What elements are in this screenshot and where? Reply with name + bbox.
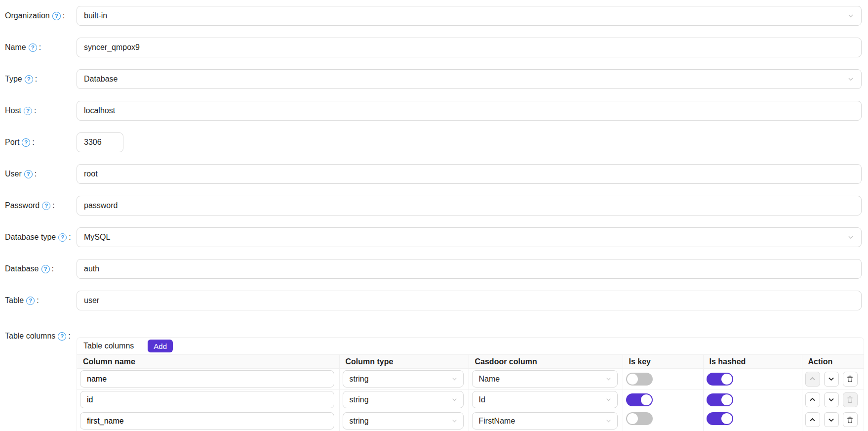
table-toolbar: Table columns Add bbox=[77, 338, 864, 354]
header-casdoor-column: Casdoor column bbox=[469, 355, 623, 369]
help-icon[interactable]: ? bbox=[24, 170, 33, 178]
chevron-down-icon bbox=[605, 376, 612, 382]
casdoor-column-select[interactable]: Name bbox=[472, 370, 618, 388]
toggle-knob bbox=[721, 374, 732, 385]
column-name-input[interactable] bbox=[80, 412, 334, 430]
help-icon[interactable]: ? bbox=[25, 75, 33, 84]
move-up-button[interactable] bbox=[805, 412, 820, 427]
field-label-host: Host ? : bbox=[0, 106, 77, 115]
header-is-key: Is key bbox=[623, 355, 703, 369]
chevron-down-icon bbox=[605, 418, 612, 424]
help-icon[interactable]: ? bbox=[58, 332, 66, 341]
field-label-table: Table ? : bbox=[0, 296, 77, 305]
help-icon[interactable]: ? bbox=[26, 297, 35, 305]
label-text: Port bbox=[5, 138, 19, 147]
form-row-table: Table ? : bbox=[0, 285, 868, 316]
chevron-up-icon bbox=[809, 375, 816, 383]
chevron-down-icon bbox=[451, 396, 458, 403]
form-row-name: Name ? : bbox=[0, 32, 868, 63]
is-hashed-toggle[interactable] bbox=[707, 412, 733, 425]
column-type-select[interactable]: string bbox=[343, 391, 464, 408]
delete-row-button[interactable] bbox=[843, 372, 858, 387]
field-label-user: User ? : bbox=[0, 170, 77, 178]
syncer-edit-form: Organization ? : built-in Name ? : Type bbox=[0, 0, 868, 431]
move-up-button[interactable] bbox=[805, 392, 820, 407]
is-key-toggle[interactable] bbox=[626, 412, 653, 425]
move-up-button[interactable] bbox=[805, 372, 820, 387]
delete-row-button[interactable] bbox=[843, 412, 858, 427]
database-type-select-value: MySQL bbox=[84, 233, 110, 242]
chevron-down-icon bbox=[451, 376, 458, 382]
help-icon[interactable]: ? bbox=[41, 265, 50, 273]
port-input[interactable] bbox=[77, 132, 123, 152]
label-text: Host bbox=[5, 106, 21, 115]
label-colon: : bbox=[37, 296, 39, 305]
casdoor-column-value: Name bbox=[479, 375, 500, 384]
chevron-up-icon bbox=[809, 396, 816, 403]
chevron-down-icon bbox=[847, 76, 854, 83]
casdoor-column-value: FirstName bbox=[479, 417, 515, 426]
toggle-knob bbox=[627, 413, 638, 424]
is-hashed-toggle[interactable] bbox=[707, 373, 733, 386]
casdoor-column-select[interactable]: Id bbox=[472, 391, 618, 408]
trash-icon bbox=[846, 416, 854, 424]
column-type-select[interactable]: string bbox=[343, 412, 464, 430]
form-row-host: Host ? : bbox=[0, 95, 868, 127]
chevron-down-icon bbox=[605, 396, 612, 403]
row-actions bbox=[805, 372, 859, 387]
type-select[interactable]: Database bbox=[77, 69, 862, 89]
label-text: Table columns bbox=[5, 332, 55, 341]
is-key-toggle[interactable] bbox=[626, 373, 653, 386]
row-actions bbox=[805, 392, 859, 407]
move-down-button[interactable] bbox=[824, 372, 839, 387]
field-label-table-columns: Table columns ? : bbox=[0, 316, 77, 341]
column-type-select[interactable]: string bbox=[343, 370, 464, 388]
table-columns-panel: Table columns Add Column name Column typ… bbox=[77, 337, 864, 431]
column-name-input[interactable] bbox=[80, 370, 334, 388]
table-row: string Id bbox=[77, 389, 864, 410]
form-row-password: Password ? : bbox=[0, 190, 868, 221]
label-colon: : bbox=[68, 332, 70, 341]
toggle-knob bbox=[721, 394, 732, 405]
move-down-button[interactable] bbox=[824, 412, 839, 427]
is-hashed-toggle[interactable] bbox=[707, 393, 733, 406]
field-label-password: Password ? : bbox=[0, 201, 77, 210]
chevron-down-icon bbox=[847, 234, 854, 241]
table-input[interactable] bbox=[77, 291, 862, 310]
help-icon[interactable]: ? bbox=[24, 107, 32, 115]
add-column-button[interactable]: Add bbox=[148, 340, 173, 352]
form-row-user: User ? : bbox=[0, 158, 868, 190]
form-row-database-type: Database type ? : MySQL bbox=[0, 221, 868, 253]
delete-row-button[interactable] bbox=[843, 392, 858, 407]
row-actions bbox=[805, 412, 859, 427]
help-icon[interactable]: ? bbox=[52, 12, 61, 20]
label-colon: : bbox=[35, 75, 37, 84]
user-input[interactable] bbox=[77, 164, 862, 184]
trash-icon bbox=[846, 396, 854, 403]
is-key-toggle[interactable] bbox=[626, 393, 653, 406]
label-colon: : bbox=[52, 264, 54, 273]
help-icon[interactable]: ? bbox=[29, 43, 37, 52]
organization-select[interactable]: built-in bbox=[77, 6, 862, 26]
form-row-table-columns: Table columns ? : Table columns Add Colu… bbox=[0, 316, 868, 431]
column-type-value: string bbox=[350, 395, 369, 404]
name-input[interactable] bbox=[77, 38, 862, 57]
chevron-up-icon bbox=[809, 416, 816, 424]
casdoor-column-select[interactable]: FirstName bbox=[472, 412, 618, 430]
host-input[interactable] bbox=[77, 101, 862, 121]
move-down-button[interactable] bbox=[824, 392, 839, 407]
help-icon[interactable]: ? bbox=[22, 138, 30, 147]
database-type-select[interactable]: MySQL bbox=[77, 227, 862, 247]
table-row: string FirstName bbox=[77, 410, 864, 431]
organization-select-value: built-in bbox=[84, 11, 107, 20]
database-input[interactable] bbox=[77, 259, 862, 279]
help-icon[interactable]: ? bbox=[42, 202, 50, 210]
column-name-input[interactable] bbox=[80, 391, 334, 408]
field-label-type: Type ? : bbox=[0, 75, 77, 84]
form-row-organization: Organization ? : built-in bbox=[0, 0, 868, 32]
password-input[interactable] bbox=[77, 196, 862, 216]
header-is-hashed: Is hashed bbox=[703, 355, 802, 369]
trash-icon bbox=[846, 375, 854, 383]
form-row-type: Type ? : Database bbox=[0, 63, 868, 95]
help-icon[interactable]: ? bbox=[58, 233, 67, 242]
